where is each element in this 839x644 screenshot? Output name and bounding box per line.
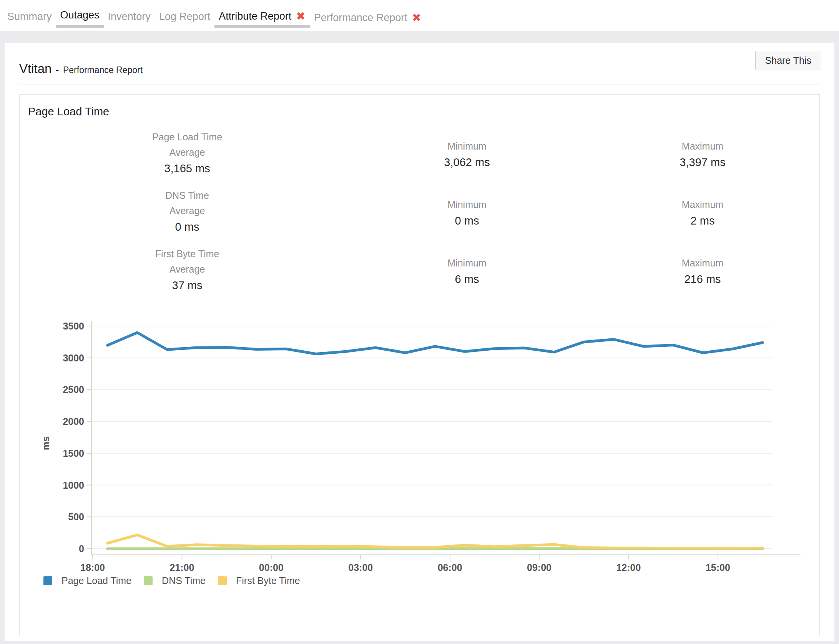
minimum-label: Minimum (444, 138, 490, 154)
stat-minimum-block: Minimum 6 ms (447, 255, 486, 288)
average-value: 3,165 ms (152, 160, 222, 177)
tab-label: Outages (60, 9, 100, 21)
stat-maximum-block: Maximum 2 ms (682, 197, 723, 229)
stat-row-page-load-time: Page Load Time Average 3,165 ms Minimum … (20, 129, 819, 187)
minimum-value: 6 ms (447, 271, 486, 288)
tab-label: Performance Report (314, 12, 407, 24)
report-type: Performance Report (63, 65, 143, 75)
tab-attribute-report[interactable]: Attribute Report ✖ (214, 8, 309, 28)
stat-average-block: First Byte Time Average 37 ms (155, 246, 219, 294)
tab-summary[interactable]: Summary (3, 5, 56, 28)
average-label: Average (152, 145, 222, 160)
stat-minimum-block: Minimum 3,062 ms (444, 138, 490, 171)
svg-text:03:00: 03:00 (348, 562, 373, 573)
page-load-time-panel: Page Load Time Page Load Time Average 3,… (19, 94, 820, 636)
page-load-time-swatch-icon (43, 576, 52, 585)
stat-average-block: Page Load Time Average 3,165 ms (152, 129, 222, 177)
minimum-label: Minimum (447, 197, 486, 212)
average-value: 0 ms (165, 218, 209, 235)
svg-text:1000: 1000 (63, 480, 84, 491)
maximum-value: 216 ms (682, 271, 723, 288)
svg-text:1500: 1500 (63, 448, 84, 459)
average-label: Average (155, 261, 219, 277)
stat-minimum-block: Minimum 0 ms (447, 197, 486, 229)
close-tab-icon[interactable]: ✖ (412, 12, 421, 23)
svg-text:2000: 2000 (63, 416, 84, 427)
svg-text:18:00: 18:00 (80, 562, 105, 573)
average-value: 37 ms (155, 277, 219, 294)
metric-name: First Byte Time (155, 246, 219, 261)
svg-text:00:00: 00:00 (259, 562, 284, 573)
metric-name: DNS Time (165, 188, 209, 203)
tab-label: Attribute Report (219, 10, 291, 22)
svg-text:09:00: 09:00 (527, 562, 552, 573)
minimum-value: 3,062 ms (444, 154, 490, 171)
legend-label: First Byte Time (236, 575, 300, 586)
svg-text:3000: 3000 (63, 353, 84, 363)
maximum-label: Maximum (682, 255, 723, 271)
chart-legend: Page Load Time DNS Time First Byte Time (43, 575, 300, 586)
average-label: Average (165, 203, 209, 218)
legend-label: Page Load Time (61, 575, 131, 586)
stat-row-first-byte-time: First Byte Time Average 37 ms Minimum 6 … (20, 246, 819, 304)
maximum-label: Maximum (682, 197, 723, 212)
svg-text:3500: 3500 (63, 321, 84, 331)
tab-label: Summary (7, 11, 52, 23)
svg-text:0: 0 (79, 543, 84, 554)
maximum-value: 2 ms (682, 212, 723, 229)
svg-text:06:00: 06:00 (438, 562, 462, 573)
legend-item-first-byte-time[interactable]: First Byte Time (218, 575, 300, 586)
svg-text:2500: 2500 (63, 384, 84, 395)
minimum-label: Minimum (447, 255, 486, 271)
stat-maximum-block: Maximum 3,397 ms (680, 138, 725, 171)
metric-name: Page Load Time (152, 129, 222, 145)
legend-item-dns-time[interactable]: DNS Time (144, 575, 206, 586)
svg-text:12:00: 12:00 (616, 562, 641, 573)
title-divider (19, 85, 820, 85)
svg-text:21:00: 21:00 (169, 562, 194, 573)
svg-text:ms: ms (40, 436, 51, 450)
dns-time-swatch-icon (144, 576, 153, 585)
share-this-button[interactable]: Share This (755, 51, 821, 70)
first-byte-time-swatch-icon (218, 576, 227, 585)
tab-label: Log Report (159, 11, 211, 23)
maximum-value: 3,397 ms (680, 154, 725, 171)
stat-row-dns-time: DNS Time Average 0 ms Minimum 0 ms Maxim… (20, 188, 819, 245)
tab-log-report[interactable]: Log Report (155, 5, 215, 28)
close-tab-icon[interactable]: ✖ (296, 11, 305, 22)
stat-maximum-block: Maximum 216 ms (682, 255, 723, 288)
tab-label: Inventory (108, 11, 151, 23)
report-title: Vtitan - Performance Report (19, 62, 143, 76)
tab-outages[interactable]: Outages (56, 5, 104, 28)
device-name: Vtitan (19, 62, 52, 76)
stat-average-block: DNS Time Average 0 ms (165, 188, 209, 235)
report-card: Share This Vtitan - Performance Report P… (5, 43, 834, 641)
page-load-time-line-chart: 050010001500200025003000350018:0021:0000… (20, 311, 820, 576)
maximum-label: Maximum (680, 138, 725, 154)
tab-inventory[interactable]: Inventory (104, 5, 155, 28)
title-separator: - (56, 64, 59, 75)
page-background: Share This Vtitan - Performance Report P… (0, 31, 839, 644)
report-tabbar: Summary Outages Inventory Log Report Att… (0, 0, 839, 31)
tab-performance-report[interactable]: Performance Report ✖ (310, 8, 425, 28)
svg-text:15:00: 15:00 (706, 562, 730, 573)
legend-item-page-load-time[interactable]: Page Load Time (43, 575, 131, 586)
minimum-value: 0 ms (447, 212, 486, 229)
panel-title: Page Load Time (28, 105, 109, 118)
svg-text:500: 500 (68, 511, 84, 522)
legend-label: DNS Time (162, 575, 206, 586)
